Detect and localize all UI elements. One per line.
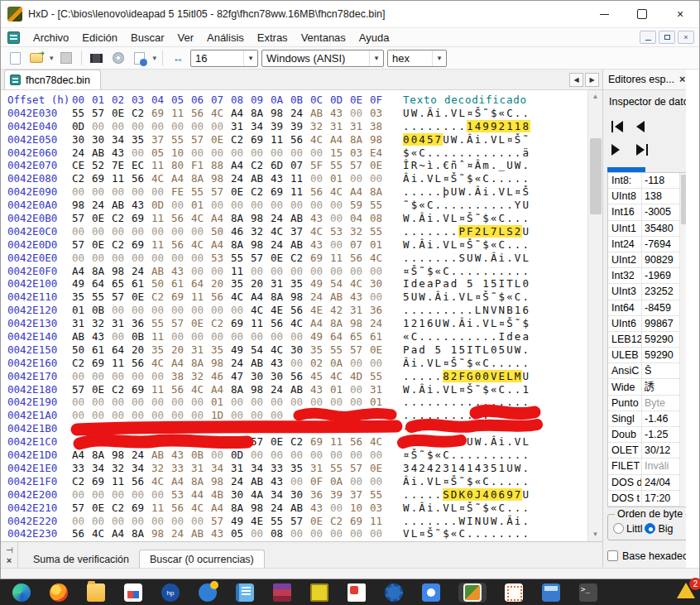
hex-byte[interactable]: 4C	[151, 475, 171, 488]
hex-byte[interactable]: 0D	[231, 449, 251, 462]
hex-byte[interactable]: 30	[290, 488, 310, 502]
bottom-tab[interactable]: Suma de verificación	[23, 551, 139, 568]
hex-byte[interactable]: 42	[330, 304, 350, 317]
hex-byte[interactable]: 8A	[132, 527, 151, 540]
inspector-row[interactable]: Doub-1.25	[608, 427, 686, 443]
hex-byte[interactable]: 69	[132, 383, 151, 396]
hex-byte[interactable]: 4D	[350, 370, 370, 383]
hex-byte[interactable]: 43	[271, 357, 290, 370]
hex-byte[interactable]: 00	[370, 449, 390, 462]
hex-byte[interactable]: 69	[171, 290, 191, 304]
hex-byte[interactable]: 43	[271, 475, 290, 488]
hex-byte[interactable]: 00	[151, 225, 171, 238]
hex-byte[interactable]: 57	[72, 212, 92, 225]
inspector-row[interactable]: LEB1259290	[608, 332, 686, 348]
hex-row[interactable]: 0042E180570EC26911564CA48A9824AB43010031…	[1, 383, 587, 396]
hex-byte[interactable]: C2	[330, 515, 350, 528]
hex-byte[interactable]: 43	[310, 383, 330, 396]
hex-byte[interactable]: 00	[370, 357, 390, 370]
inspector-row[interactable]: OLET30/12	[608, 443, 686, 459]
hex-byte[interactable]: 30	[231, 488, 251, 502]
hex-byte[interactable]: 30	[72, 133, 92, 146]
hex-byte[interactable]: 36	[310, 488, 330, 502]
inspector-row[interactable]: AnsiCŠ	[608, 363, 686, 379]
hex-byte[interactable]: 8A	[370, 185, 390, 199]
hex-byte[interactable]: 57	[350, 343, 370, 357]
hex-byte[interactable]: 32	[350, 225, 370, 238]
hex-byte[interactable]: AB	[251, 357, 271, 370]
hex-byte[interactable]: 00	[92, 488, 112, 502]
hex-byte[interactable]: 24	[231, 172, 251, 185]
hex-byte[interactable]: C2	[112, 502, 132, 515]
hex-byte[interactable]: 36	[132, 317, 151, 330]
hex-byte[interactable]: 55	[72, 107, 92, 120]
hex-byte[interactable]: 31	[271, 277, 290, 290]
hex-row[interactable]: 0042E0900000000000FE55570EC26911564CA48A…	[1, 185, 587, 199]
hex-byte[interactable]: 69	[350, 515, 370, 528]
hex-byte[interactable]: 24	[72, 146, 92, 160]
hex-byte[interactable]: 00	[330, 199, 350, 212]
taskbar-cpuz-icon[interactable]	[309, 583, 329, 603]
hex-byte[interactable]: 56	[171, 383, 191, 396]
hex-byte[interactable]: 59	[350, 199, 370, 212]
hex-byte[interactable]: A4	[112, 527, 132, 540]
hex-byte[interactable]: 00	[151, 488, 171, 502]
hex-byte[interactable]: 0E	[231, 185, 251, 199]
hex-byte[interactable]: 56	[350, 252, 370, 265]
hex-byte[interactable]: 64	[92, 277, 112, 290]
open-file-button[interactable]	[27, 49, 46, 67]
hex-byte[interactable]: C2	[112, 238, 132, 252]
hex-byte[interactable]: 4C	[330, 185, 350, 199]
hex-byte[interactable]: 00	[171, 252, 191, 265]
hex-byte[interactable]: 4C	[271, 225, 290, 238]
hex-byte[interactable]: 55	[231, 435, 251, 449]
hex-byte[interactable]: 38	[171, 370, 191, 383]
hex-byte[interactable]: 69	[231, 317, 251, 330]
hex-byte[interactable]: 00	[92, 185, 112, 199]
hex-row[interactable]: 0042E140AB43000B110000000000000049646561…	[1, 330, 587, 343]
hex-byte[interactable]: 03	[350, 146, 370, 160]
hex-byte[interactable]: 57	[72, 383, 92, 396]
hex-byte[interactable]: AB	[290, 383, 310, 396]
hex-byte[interactable]: 0B	[92, 304, 112, 317]
hex-byte[interactable]: 00	[350, 265, 370, 278]
hex-byte[interactable]: 39	[271, 120, 290, 133]
mdi-restore-button[interactable]	[659, 31, 675, 44]
hex-byte[interactable]: 35	[151, 343, 171, 357]
hex-byte[interactable]: 0E	[92, 383, 112, 396]
hex-byte[interactable]: A4	[350, 185, 370, 199]
hex-byte[interactable]: 04	[350, 212, 370, 225]
hex-byte[interactable]: 4C	[151, 357, 171, 370]
hex-byte[interactable]: 35	[310, 343, 330, 357]
hex-byte[interactable]: 69	[92, 357, 112, 370]
hex-byte[interactable]: 00	[151, 370, 171, 383]
nav-next-button[interactable]	[611, 139, 636, 161]
hex-byte[interactable]: 00	[72, 225, 92, 238]
minimize-button[interactable]	[585, 1, 623, 27]
hex-byte[interactable]: 11	[151, 238, 171, 252]
hex-byte[interactable]: AB	[112, 199, 132, 212]
hex-byte[interactable]: 35	[231, 277, 251, 290]
hex-byte[interactable]: 00	[310, 146, 330, 160]
hex-byte[interactable]: 98	[251, 238, 271, 252]
hex-byte[interactable]: 56	[171, 212, 191, 225]
hex-byte[interactable]: 24	[271, 383, 290, 396]
hex-byte[interactable]: 11	[112, 475, 132, 488]
open-ram-button[interactable]	[88, 49, 106, 67]
hex-byte[interactable]: 11	[290, 185, 310, 199]
hex-byte[interactable]: 00	[251, 199, 271, 212]
hex-byte[interactable]: 00	[132, 185, 151, 199]
hex-byte[interactable]: 11	[330, 435, 350, 449]
hex-byte[interactable]: C2	[251, 185, 271, 199]
hex-base-checkbox-row[interactable]: Base hexadec	[607, 550, 686, 562]
inspector-row[interactable]: Int64-8459	[608, 300, 686, 316]
hex-byte[interactable]: AB	[191, 527, 211, 540]
hex-byte[interactable]: 4E	[271, 304, 290, 317]
scroll-down-icon[interactable]: ▼	[588, 528, 602, 541]
hex-byte[interactable]: 0E	[132, 290, 151, 304]
hex-byte[interactable]: 00	[112, 515, 132, 528]
hex-byte[interactable]: 00	[211, 449, 231, 462]
hex-byte[interactable]: 11	[370, 515, 390, 528]
hex-byte[interactable]: 00	[151, 304, 171, 317]
hex-byte[interactable]: 31	[231, 120, 251, 133]
